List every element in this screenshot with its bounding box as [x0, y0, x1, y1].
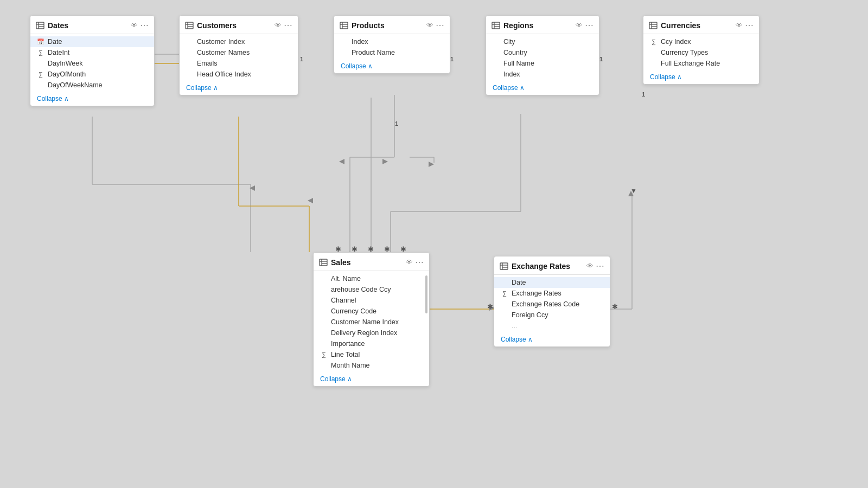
dates-chevron-up: ∧: [64, 95, 69, 102]
down-arrow-currencies: ▼: [630, 187, 637, 195]
exchange-rates-field-more-label: ...: [512, 322, 517, 330]
regions-field-country-label: Country: [503, 49, 527, 56]
currencies-field-types-label: Currency Types: [661, 49, 708, 56]
products-field-name: Product Name: [334, 47, 450, 58]
sales-more-icon[interactable]: ⋯: [415, 257, 424, 267]
dates-header: Dates 👁 ⋯: [30, 16, 154, 34]
customers-field-emails: Emails: [180, 58, 298, 69]
dates-field-date-label: Date: [48, 38, 62, 46]
sales-view-icon[interactable]: 👁: [406, 258, 413, 266]
cardinality-1-currencies: 1: [642, 91, 645, 98]
regions-header-icons[interactable]: 👁 ⋯: [576, 20, 593, 30]
products-more-icon[interactable]: ⋯: [436, 20, 444, 30]
regions-collapse[interactable]: Collapse ∧: [486, 82, 599, 95]
exchange-rates-table-icon: [500, 262, 508, 271]
regions-field-index: Index: [486, 69, 599, 80]
exchange-rates-view-icon[interactable]: 👁: [586, 262, 593, 270]
currencies-collapse[interactable]: Collapse ∧: [643, 71, 759, 84]
svg-rect-35: [340, 22, 348, 29]
dates-more-icon[interactable]: ⋯: [140, 20, 149, 30]
products-table: Products 👁 ⋯ Index Product Name Collapse…: [334, 15, 450, 74]
currencies-title: Currencies: [661, 21, 700, 30]
sales-field-warehouse: arehouse Code Ccy: [314, 284, 429, 295]
sales-table-icon: [319, 258, 328, 267]
sigma-icon-dayofmonth: ∑: [37, 71, 44, 78]
sales-field-warehouse-label: arehouse Code Ccy: [331, 286, 391, 293]
currencies-view-icon[interactable]: 👁: [736, 21, 743, 29]
customers-collapse-label: Collapse: [186, 84, 212, 92]
exchange-rates-field-date-label: Date: [512, 279, 526, 286]
customers-view-icon[interactable]: 👁: [275, 21, 282, 29]
customers-more-icon[interactable]: ⋯: [284, 20, 292, 30]
regions-chevron-up: ∧: [520, 84, 525, 92]
dates-table: Dates 👁 ⋯ 📅 Date ∑ DateInt DayInWeek ∑ D…: [30, 15, 155, 106]
exchange-rates-more-icon[interactable]: ⋯: [596, 261, 604, 271]
star-marker-exc-right: ✱: [612, 303, 618, 311]
sales-field-importance-label: Importance: [331, 340, 365, 348]
cardinality-1-customers: 1: [300, 56, 303, 62]
exchange-rates-field-foreignccy-label: Foreign Ccy: [512, 311, 548, 319]
sales-field-linetotal-label: Line Total: [331, 351, 360, 358]
products-field-name-label: Product Name: [352, 49, 395, 56]
sales-title: Sales: [331, 258, 351, 267]
sales-field-altname: Alt. Name: [314, 273, 429, 284]
scrollbar-thumb[interactable]: [425, 275, 427, 313]
dates-view-icon[interactable]: 👁: [131, 21, 138, 29]
svg-rect-51: [500, 263, 508, 269]
sales-table: Sales 👁 ⋯ Alt. Name arehouse Code Ccy Ch…: [313, 252, 430, 387]
exchange-rates-collapse[interactable]: Collapse ∧: [494, 333, 610, 346]
exchange-rates-field-rates-label: Exchange Rates: [512, 290, 561, 297]
star-marker-exc-left: ✱: [487, 303, 493, 311]
currencies-field-ccyindex: ∑ Ccy Index: [643, 36, 759, 47]
sigma-icon-excrates: ∑: [501, 290, 508, 297]
exchange-rates-header-icons[interactable]: 👁 ⋯: [586, 261, 604, 271]
svg-marker-20: [339, 159, 344, 164]
currencies-body: ∑ Ccy Index Currency Types Full Exchange…: [643, 34, 759, 71]
sales-field-monthname-label: Month Name: [331, 362, 370, 369]
exchange-rates-field-date: Date: [494, 277, 610, 288]
sigma-icon-linetotal: ∑: [320, 351, 328, 358]
dates-field-dayofmonth-label: DayOfMonth: [48, 70, 86, 78]
exchange-rates-body: Date ∑ Exchange Rates Exchange Rates Cod…: [494, 275, 610, 333]
products-view-icon[interactable]: 👁: [426, 21, 433, 29]
regions-field-fullname: Full Name: [486, 58, 599, 69]
calendar-icon: 📅: [37, 38, 44, 46]
regions-title: Regions: [503, 21, 533, 30]
customers-header-icons[interactable]: 👁 ⋯: [275, 20, 292, 30]
regions-field-country: Country: [486, 47, 599, 58]
products-collapse[interactable]: Collapse ∧: [334, 60, 450, 73]
customers-table: Customers 👁 ⋯ Customer Index Customer Na…: [179, 15, 298, 95]
sales-header-icons[interactable]: 👁 ⋯: [406, 257, 424, 267]
sales-chevron-up: ∧: [347, 375, 352, 383]
svg-marker-22: [429, 162, 434, 167]
customers-field-names-label: Customer Names: [197, 49, 250, 56]
sales-collapse[interactable]: Collapse ∧: [314, 373, 429, 386]
exchange-rates-collapse-label: Collapse: [501, 336, 526, 343]
dates-body: 📅 Date ∑ DateInt DayInWeek ∑ DayOfMonth …: [30, 34, 154, 93]
sales-body: Alt. Name arehouse Code Ccy Channel Curr…: [314, 271, 429, 373]
svg-rect-39: [492, 22, 500, 29]
currencies-header-icons[interactable]: 👁 ⋯: [736, 20, 754, 30]
exchange-rates-field-ratescode-label: Exchange Rates Code: [512, 300, 579, 308]
sales-field-monthname: Month Name: [314, 360, 429, 371]
regions-field-city: City: [486, 36, 599, 47]
dates-collapse[interactable]: Collapse ∧: [30, 93, 154, 106]
customers-field-emails-label: Emails: [197, 60, 218, 67]
currencies-field-types: Currency Types: [643, 47, 759, 58]
customers-field-index: Customer Index: [180, 36, 298, 47]
dates-field-dayinweek: DayInWeek: [30, 58, 154, 69]
dates-table-icon: [36, 21, 44, 30]
exchange-rates-title: Exchange Rates: [512, 262, 570, 271]
svg-rect-47: [320, 259, 327, 266]
dates-title: Dates: [48, 21, 68, 30]
regions-more-icon[interactable]: ⋯: [585, 20, 593, 30]
customers-collapse[interactable]: Collapse ∧: [180, 82, 298, 95]
regions-view-icon[interactable]: 👁: [576, 21, 583, 29]
products-header-icons[interactable]: 👁 ⋯: [426, 20, 444, 30]
currencies-more-icon[interactable]: ⋯: [745, 20, 754, 30]
svg-marker-23: [250, 185, 255, 191]
sales-collapse-label: Collapse: [320, 375, 346, 383]
sigma-icon-dateint: ∑: [37, 49, 44, 56]
regions-field-index-label: Index: [503, 70, 520, 78]
dates-header-icons[interactable]: 👁 ⋯: [131, 20, 149, 30]
